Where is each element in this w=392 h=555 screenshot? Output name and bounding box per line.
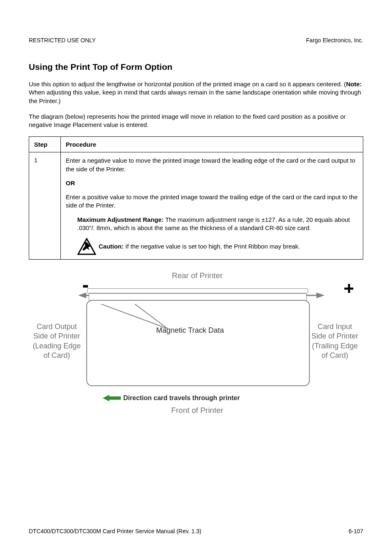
step-number: 1 [29, 152, 61, 260]
proc-positive: Enter a positive value to move the print… [66, 193, 358, 210]
col-header-step: Step [29, 137, 61, 152]
left-line-1: Card Output [29, 322, 85, 332]
rear-of-printer-label: Rear of Printer [172, 271, 223, 280]
left-line-4: of Card) [29, 351, 85, 360]
svg-line-8 [135, 304, 168, 329]
proc-max-range: Maximum Adjustment Range: The maximum ad… [77, 216, 358, 233]
mag-stripe-1 [87, 288, 308, 293]
caution-text: If the negative value is set too high, t… [124, 243, 300, 250]
intro-paragraph-1: Use this option to adjust the lengthwise… [29, 80, 363, 105]
intro-1a: Use this option to adjust the lengthwise… [29, 81, 346, 88]
note-label: Note: [346, 81, 362, 88]
direction-row: Direction card travels through printer [103, 394, 240, 402]
left-line-2: Side of Printer [29, 332, 85, 341]
card-input-caption: Card Input Side of Printer (Trailing Edg… [304, 322, 366, 361]
intro-paragraph-2: The diagram (below) represents how the p… [29, 113, 363, 129]
right-line-4: of Card) [304, 351, 366, 360]
section-heading: Using the Print Top of Form Option [29, 62, 363, 72]
card-diagram: Rear of Printer Magnetic Track Data Card… [29, 271, 366, 423]
proc-or: OR [66, 179, 358, 187]
green-arrow-icon [103, 395, 121, 401]
svg-rect-3 [344, 288, 353, 290]
magnetic-track-label: Magnetic Track Data [156, 326, 224, 335]
caution-icon [77, 238, 96, 255]
svg-marker-9 [103, 395, 121, 401]
svg-line-7 [101, 304, 168, 329]
left-line-3: (Leading Edge [29, 341, 85, 351]
proc-negative: Enter a negative value to move the print… [66, 157, 358, 173]
footer-page: 6-107 [348, 528, 363, 534]
plus-icon [344, 283, 353, 296]
max-range-label: Maximum Adjustment Range: [77, 216, 164, 223]
procedure-table: Step Procedure 1 Enter a negative value … [29, 136, 363, 260]
col-header-procedure: Procedure [61, 137, 363, 152]
caution-label: Caution: [99, 243, 124, 250]
header-restricted: RESTRICTED USE ONLY [29, 37, 96, 44]
footer-manual: DTC400/DTC300/DTC300M Card Printer Servi… [29, 528, 201, 534]
svg-marker-6 [316, 292, 325, 298]
direction-label: Direction card travels through printer [123, 394, 240, 402]
caution-block: Caution: If the negative value is set to… [77, 238, 358, 255]
right-line-3: (Trailing Edge [304, 341, 366, 351]
caution-text-wrapper: Caution: If the negative value is set to… [99, 242, 300, 251]
right-line-1: Card Input [304, 322, 366, 332]
minus-icon [83, 285, 88, 288]
intro-1b: When adjusting this value, keep in mind … [29, 89, 361, 104]
front-of-printer-label: Front of Printer [171, 406, 224, 415]
svg-marker-5 [78, 292, 86, 298]
header-company: Fargo Electronics, Inc. [306, 37, 363, 44]
right-line-2: Side of Printer [304, 332, 366, 341]
card-output-caption: Card Output Side of Printer (Leading Edg… [29, 322, 85, 361]
procedure-cell: Enter a negative value to move the print… [61, 152, 363, 260]
